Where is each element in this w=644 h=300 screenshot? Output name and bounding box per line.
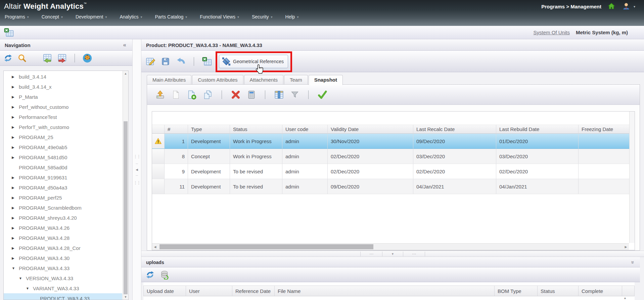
tree-collapsed-arrow-icon[interactable]: ▶ [12,105,15,109]
collapse-panel-icon[interactable]: « [123,42,126,48]
tree-collapsed-arrow-icon[interactable]: ▶ [12,236,15,240]
tree-item-product-wa3-4-33[interactable]: PRODUCT_WA3.4.33 [4,293,122,300]
refresh-icon[interactable] [3,53,13,63]
menu-item-concept[interactable]: Concept▾ [42,14,63,19]
tree-collapsed-arrow-icon[interactable]: ▶ [12,246,15,250]
tree-item-program-scrambledbom[interactable]: ▶PROGRAM_Scrambledbom [4,203,122,213]
column-header-user-code[interactable]: User code [282,125,328,134]
tree-item-perf-without-customo[interactable]: ▶Perf_without_customo [4,102,122,112]
uploads-column-header-upload-date[interactable]: Upload date [144,286,186,296]
table-row-snapshot-9[interactable]: 9DevelopmentTo be revisedadmin02/Dec/202… [152,164,630,179]
menu-item-parts-catalog[interactable]: Parts Catalog▾ [155,14,187,19]
menu-item-security[interactable]: Security▾ [252,14,273,19]
tree-item-program-25[interactable]: ▶PROGRAM_25 [4,132,122,142]
tree-collapsed-arrow-icon[interactable]: ▶ [12,95,15,99]
database-export-icon[interactable] [159,269,170,280]
table-row-snapshot-8[interactable]: 8ConceptWork in Progressadmin02/Dec/2020… [152,149,630,164]
uploads-column-header-bom-type[interactable]: BOM Type [495,286,538,296]
tab-attachments[interactable]: Attachments [244,75,283,85]
tree-item-program-wa3-4-28[interactable]: ▶PROGRAM_WA3.4.28 [4,233,122,243]
home-icon[interactable] [607,2,616,11]
filter-icon[interactable] [289,89,300,100]
column-header-status[interactable]: Status [230,125,282,134]
tree-collapsed-arrow-icon[interactable]: ▶ [12,75,15,79]
tree-item-build-3-4-14-x[interactable]: ▶build_3.4.14_x [4,82,122,92]
tree-expanded-arrow-icon[interactable]: ▼ [12,266,15,270]
nav-main-splitter[interactable]: ⋮⋮ ◀ ⋮⋮ [132,39,141,300]
tree-collapsed-arrow-icon[interactable]: ▶ [12,196,15,200]
delete-icon[interactable] [230,89,241,100]
tree-collapsed-arrow-icon[interactable]: ▶ [12,176,15,179]
column-header-freezing-date[interactable]: Freezing Date [579,125,630,134]
geometrical-references-button[interactable]: Geometrical References [219,55,288,68]
uploads-column-header-file-name[interactable]: File Name [275,286,495,296]
column-header-last-recalc-date[interactable]: Last Recalc Date [413,125,496,134]
tree-item-program-d50a4a3[interactable]: ▶PROGRAM_d50a4a3 [4,182,122,192]
column-header-[interactable]: # [165,125,188,134]
tree-item-program-wa3-4-30[interactable]: ▶PROGRAM_WA3.4.30 [4,253,122,263]
hscroll-thumb[interactable] [159,244,373,249]
undo-icon[interactable] [175,56,186,67]
export-table-icon[interactable] [3,27,15,38]
calculator-icon[interactable] [246,89,257,100]
user-menu-caret-icon[interactable]: ▾ [634,5,635,8]
snapshot-uploads-splitter[interactable]: ⋯ ▼ ⋯ [141,251,644,257]
snapshot-table-vscrollbar[interactable] [629,112,635,243]
tree-collapsed-arrow-icon[interactable]: ▶ [12,206,15,210]
tab-custom-attributes[interactable]: Custom Attributes [192,75,243,85]
tree-item-variant-wa3-4-33[interactable]: ▼VARIANT_WA3.4.33 [4,283,122,293]
scroll-right-arrow-icon[interactable]: ▶ [623,245,629,249]
menu-item-help[interactable]: Help▾ [285,14,299,19]
edit-grid-icon[interactable] [145,56,156,67]
table-row-snapshot-1[interactable]: 1DevelopmentWork in Progressadmin30/Nov/… [152,134,630,149]
3d-view-icon[interactable] [82,52,93,64]
menu-item-programs[interactable]: Programs▾ [5,14,29,19]
tree-item-program-wa3-4-28-cor[interactable]: ▶PROGRAM_WA3.4.28_Cor [4,243,122,253]
tree-collapsed-arrow-icon[interactable]: ▶ [12,125,15,129]
tree-item-program-shreyu3-4-20[interactable]: ▶PROGRAM_shreyu3.4.20 [4,213,122,223]
menu-item-functional-views[interactable]: Functional Views▾ [200,14,239,19]
table-row-snapshot-11[interactable]: 11DevelopmentTo be revisedadmin09/Dec/20… [152,179,630,194]
tree-item-version-wa3-4-33[interactable]: ▼VERSION_WA3.4.33 [4,273,122,283]
uploads-column-header-reference-date[interactable]: Reference Date [232,286,275,296]
tree-scrollbar-thumb[interactable] [124,121,128,294]
tree-item-program-49e0ab5[interactable]: ▶PROGRAM_49e0ab5 [4,142,122,152]
scroll-down-arrow-icon[interactable]: ▼ [123,295,128,299]
uploads-column-header-user[interactable]: User [186,286,232,296]
export-table-icon[interactable] [201,56,213,67]
tree-collapsed-arrow-icon[interactable]: ▶ [12,216,15,220]
tree-item-program-9199631[interactable]: ▶PROGRAM_9199631 [4,172,122,182]
tab-team[interactable]: Team [284,75,308,85]
column-chooser-icon[interactable] [273,89,285,100]
tree-item-performancetest[interactable]: ▶PerformanceTest [4,112,122,122]
splitter-collapse-down-icon[interactable]: ▼ [382,252,403,256]
user-icon[interactable] [622,2,631,11]
uploads-column-header-status[interactable]: Status [538,286,579,296]
confirm-check-icon[interactable] [317,89,328,100]
tree-item-program-585ad0d[interactable]: PROGRAM_585ad0d [4,162,122,172]
new-document-icon[interactable] [186,89,197,100]
column-header-type[interactable]: Type [188,125,230,134]
tab-snapshot[interactable]: Snapshot [309,75,343,85]
system-of-units-link[interactable]: System Of Units [534,30,570,35]
splitter-collapse-left-icon[interactable]: ◀ [136,164,138,176]
tree-item-program-wa3-4-33[interactable]: ▼PROGRAM_WA3.4.33 [4,263,122,273]
uploads-column-header-complete[interactable]: Complete [579,286,622,296]
tree-expanded-arrow-icon[interactable]: ▼ [19,276,22,280]
scroll-up-arrow-icon[interactable]: ▲ [123,72,128,75]
tree-item-program-5481d50[interactable]: ▶PROGRAM_5481d50 [4,152,122,162]
tab-main-attributes[interactable]: Main Attributes [147,75,191,85]
column-header-last-rebuild-date[interactable]: Last Rebuild Date [496,125,579,134]
upload-snapshot-icon[interactable] [154,89,166,100]
column-header-validity-date[interactable]: Validity Date [328,125,413,134]
tree-collapsed-arrow-icon[interactable]: ▶ [12,186,15,189]
menu-item-analytics[interactable]: Analytics▾ [120,14,142,19]
refresh-icon[interactable] [145,269,155,280]
scroll-up-arrow-icon[interactable]: ▲ [624,296,627,300]
collapse-uploads-icon[interactable]: « [630,261,636,264]
tree-collapsed-arrow-icon[interactable]: ▶ [12,115,15,119]
tree-collapsed-arrow-icon[interactable]: ▶ [12,256,15,260]
tree-collapsed-arrow-icon[interactable]: ▶ [12,226,15,230]
table-collapse-left-icon[interactable] [42,52,53,64]
tree-collapsed-arrow-icon[interactable]: ▶ [12,85,15,89]
